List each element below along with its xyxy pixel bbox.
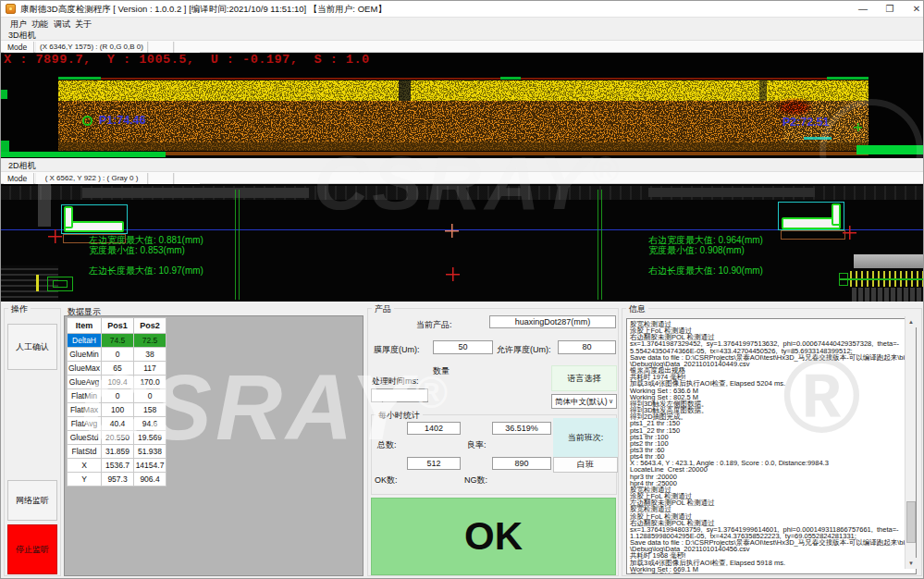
stop-listen-button[interactable]: 停止监听: [7, 524, 57, 574]
value-cell[interactable]: 906.4: [134, 473, 166, 487]
table-row[interactable]: GlueMin038: [68, 348, 166, 362]
table-row[interactable]: FlatStd31.85951.938: [68, 445, 166, 459]
manual-confirm-button[interactable]: 人工确认: [7, 324, 57, 370]
col-item[interactable]: Item: [68, 318, 102, 334]
value-cell[interactable]: 109.4: [102, 376, 134, 389]
camera2d-status-cell-3: [174, 173, 200, 184]
col-pos1[interactable]: Pos1: [102, 318, 134, 334]
item-cell[interactable]: FlatMax: [68, 403, 102, 417]
value-cell[interactable]: 0: [102, 389, 134, 403]
value-cell[interactable]: 117: [134, 362, 166, 376]
app-lock-icon: [6, 4, 16, 14]
item-cell[interactable]: FlatStd: [68, 445, 102, 459]
col-pos2[interactable]: Pos2: [134, 318, 166, 334]
scrollbar-thumb[interactable]: [906, 501, 916, 543]
title-bar: 康耐德3D高度检测程序 [ Version : 1.0.0.2 ] [编译时间:…: [1, 1, 924, 18]
table-row[interactable]: FlatMax100158: [68, 403, 166, 417]
value-cell[interactable]: 100: [102, 403, 134, 417]
product-group: 产品 当前产品: huaxingDot287(mm) 膜厚度(Um): 50 允…: [367, 308, 619, 576]
ok-count-field[interactable]: 512: [407, 457, 461, 470]
film-thickness-field[interactable]: 50: [433, 340, 493, 354]
info-log[interactable]: 胶宽检测通过 涂胶上FoL 检测通过 右边翻胶未测POL 检测通过 sx=1.3…: [626, 318, 917, 574]
value-cell[interactable]: 31.859: [102, 445, 134, 459]
value-cell[interactable]: 19.569: [134, 431, 166, 445]
table-row[interactable]: X1536.714154.7: [68, 459, 166, 473]
film-thickness-label: 膜厚度(Um):: [374, 344, 420, 356]
value-cell[interactable]: 14154.7: [134, 459, 166, 473]
data-table-body: DeltaH74.572.5GlueMin038GlueMax65117Glue…: [68, 334, 166, 487]
product-group-label: 产品: [372, 303, 394, 315]
item-cell[interactable]: GlueAvg: [68, 376, 102, 389]
item-cell[interactable]: X: [68, 459, 102, 473]
value-cell[interactable]: 38: [134, 348, 166, 362]
table-row[interactable]: FlatAvg40.494.6: [68, 417, 166, 431]
item-cell[interactable]: FlatAvg: [68, 417, 102, 431]
table-row[interactable]: GlueAvg109.4170.0: [68, 376, 166, 389]
measure-line: [598, 190, 598, 300]
ng-count-field[interactable]: 890: [492, 457, 551, 470]
camera2d-mode-button[interactable]: Mode ▼: [4, 173, 34, 184]
item-cell[interactable]: Y: [68, 473, 102, 487]
ok-count-label: OK数:: [375, 474, 398, 487]
scroll-up-icon[interactable]: ▲: [906, 316, 917, 327]
log-scrollbar[interactable]: ▲ ▼: [905, 316, 916, 569]
chevron-down-icon: ∨: [609, 395, 613, 408]
menu-debug[interactable]: 调试: [54, 18, 70, 30]
table-header: Item Pos1 Pos2: [68, 318, 166, 334]
measure-line: [601, 190, 602, 300]
menu-user[interactable]: 用户: [10, 18, 27, 30]
value-cell[interactable]: 20.550: [102, 431, 134, 445]
table-row[interactable]: DeltaH74.572.5: [68, 334, 166, 348]
current-product-field[interactable]: huaxingDot287(mm): [489, 315, 616, 328]
value-cell[interactable]: 0: [102, 348, 134, 362]
left-width-min-annotation: 宽度最小值: 0.853(mm): [89, 245, 185, 255]
item-cell[interactable]: DeltaH: [68, 334, 102, 348]
camera2d-image-view[interactable]: 左边宽度最大值: 0.881(mm) 宽度最小值: 0.853(mm) 左边长度…: [1, 184, 924, 302]
table-row[interactable]: GlueStd20.55019.569: [68, 431, 166, 445]
scroll-down-icon[interactable]: ▼: [906, 558, 917, 569]
value-cell[interactable]: 40.4: [102, 417, 134, 431]
value-cell[interactable]: 0: [134, 389, 166, 403]
minimize-button[interactable]: —: [849, 1, 877, 17]
process-time-field[interactable]: [371, 388, 428, 402]
value-cell[interactable]: 94.6: [134, 417, 166, 431]
close-button[interactable]: ✕: [903, 1, 924, 17]
window-title: 康耐德3D高度检测程序 [ Version : 1.0.0.2 ] [编译时间:…: [20, 4, 387, 16]
value-cell[interactable]: 957.3: [102, 473, 134, 487]
pin-baseline: [839, 278, 924, 280]
table-row[interactable]: Y957.3906.4: [68, 473, 166, 487]
value-cell[interactable]: 72.5: [134, 334, 166, 348]
maximize-button[interactable]: ❐: [876, 1, 904, 17]
current-shift-label: 当前班次:: [553, 418, 618, 457]
shift-button[interactable]: 白班: [553, 457, 618, 473]
right-width-max-annotation: 右边宽度最大值: 0.964(mm): [648, 235, 763, 245]
item-cell[interactable]: GlueMax: [68, 362, 102, 376]
table-row[interactable]: GlueMax65117: [68, 362, 166, 376]
p1-marker-icon: [82, 116, 92, 126]
hourly-stats-label: 每小时统计: [376, 410, 423, 422]
allow-thickness-field[interactable]: 80: [558, 340, 616, 354]
camera3d-image-view[interactable]: X : 7899.7, Y : 1005.5, U : -0.197, S : …: [1, 53, 924, 158]
network-listen-button[interactable]: 网络监听: [7, 480, 57, 521]
value-cell[interactable]: 1536.7: [102, 459, 134, 473]
item-cell[interactable]: GlueMin: [68, 348, 102, 362]
value-cell[interactable]: 74.5: [102, 334, 134, 348]
value-cell[interactable]: 170.0: [134, 376, 166, 389]
table-row[interactable]: FlatMin00: [68, 389, 166, 403]
language-dropdown[interactable]: 简体中文(默认) ∨: [551, 394, 617, 409]
image-texture: [38, 184, 51, 227]
value-cell[interactable]: 158: [134, 403, 166, 417]
language-select-button[interactable]: 语言选择: [551, 365, 617, 391]
value-cell[interactable]: 51.938: [134, 445, 166, 459]
camera2d-pixel-status: ( X 6562, Y 922 ) : ( Gray 0 ): [35, 173, 148, 184]
camera3d-mode-button[interactable]: Mode ▼: [4, 42, 34, 53]
measure-line: [239, 190, 240, 300]
item-cell[interactable]: FlatMin: [68, 389, 102, 403]
yield-field[interactable]: 36.519%: [492, 422, 551, 435]
menu-function[interactable]: 功能: [31, 18, 48, 30]
item-cell[interactable]: GlueStd: [68, 431, 102, 445]
menu-about[interactable]: 关于: [75, 18, 92, 30]
total-count-field[interactable]: 1402: [407, 422, 461, 435]
yield-label: 良率:: [467, 439, 487, 451]
value-cell[interactable]: 65: [102, 362, 134, 376]
